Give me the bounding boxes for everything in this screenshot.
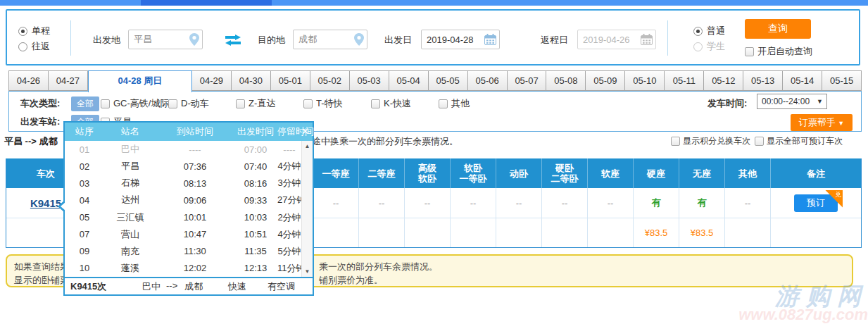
scroll-up-icon[interactable]: ▲ [302, 141, 313, 151]
seat-availability-cell: -- [496, 188, 541, 218]
stop-seq: 05 [65, 212, 104, 223]
date-tab[interactable]: 04-30 [232, 70, 271, 91]
to-input[interactable] [293, 30, 367, 49]
date-tab[interactable]: 05-06 [468, 70, 508, 91]
seat-column-header: 硬座 [633, 158, 679, 188]
seat-column-header: 动卧 [496, 158, 541, 188]
radio-icon[interactable] [18, 27, 27, 36]
stop-seq: 03 [65, 178, 104, 189]
date-tab[interactable]: 04-27 [49, 70, 88, 91]
price-cell [587, 218, 633, 247]
passenger-type-option: 学生 [693, 39, 725, 54]
date-tab[interactable]: 05-03 [350, 70, 389, 91]
date-tab[interactable]: 05-14 [783, 70, 822, 91]
checkbox-icon[interactable] [439, 99, 448, 108]
stop-arrive: 11:30 [156, 246, 234, 256]
booking-helper-button[interactable]: 订票帮手 ▼ [791, 114, 853, 131]
date-tab[interactable]: 05-08 [546, 70, 586, 91]
stop-depart: 10:03 [234, 212, 277, 223]
checkbox-icon[interactable] [303, 99, 313, 108]
radio-icon[interactable] [693, 27, 703, 36]
footer-ac: 有空调 [268, 280, 295, 293]
stop-name: 石梯 [104, 177, 156, 189]
trip-type-group: 单程往返 [18, 23, 50, 54]
checkbox-icon[interactable] [371, 99, 380, 108]
checkbox-icon[interactable] [745, 47, 754, 56]
display-toggle[interactable]: 显示全部可预订车次 [755, 135, 843, 147]
scrollbar[interactable]: ▲ ▼ [301, 141, 313, 277]
date-tab[interactable]: 05-09 [586, 70, 625, 91]
checkbox-icon[interactable] [101, 99, 110, 108]
train-type-option[interactable]: K-快速 [371, 97, 439, 110]
train-type-option[interactable]: GC-高铁/城际 [101, 97, 168, 110]
footer-from: 巴中 [142, 280, 161, 293]
train-type-option[interactable]: 其他 [439, 97, 506, 110]
footer-arrow: --> [166, 280, 177, 291]
stop-depart: 12:13 [234, 263, 277, 273]
stop-name: 南充 [104, 245, 156, 258]
train-type-option[interactable]: Z-直达 [236, 97, 303, 110]
stop-seq: 04 [65, 195, 104, 206]
checkbox-icon[interactable] [671, 137, 680, 146]
seat-availability-cell: 有 [633, 188, 679, 218]
date-tab[interactable]: 05-13 [743, 70, 783, 91]
notice-text: 铺别票价为准。 [319, 273, 383, 287]
date-tab[interactable]: 05-11 [665, 70, 704, 91]
train-no-link[interactable]: K9415 [30, 197, 61, 209]
stop-row: 09南充11:3011:355分钟 [65, 243, 301, 260]
date-tab[interactable]: 05-02 [310, 70, 350, 91]
stop-depart: 07:40 [234, 161, 277, 172]
footer-to: 成都 [184, 280, 203, 293]
date-tab[interactable]: 04-29 [192, 70, 232, 91]
date-tab[interactable]: 05-04 [389, 70, 429, 91]
stop-seq: 07 [65, 229, 104, 239]
depart-date-label: 出发日 [384, 34, 412, 46]
checkbox-icon[interactable] [236, 99, 245, 108]
seat-column-header: 一等座 [313, 158, 358, 188]
notice-text: 显示的卧铺票 [14, 275, 69, 285]
close-icon[interactable]: ✕ [301, 125, 309, 137]
stop-arrive: ---- [156, 144, 234, 155]
chevron-down-icon: ▼ [817, 98, 823, 105]
stop-row: 07营山10:4710:514分钟 [65, 226, 301, 243]
radio-icon [693, 42, 703, 51]
passenger-type-label: 学生 [707, 40, 725, 53]
seat-availability-cell: -- [587, 188, 633, 218]
date-tab[interactable]: 05-15 [822, 70, 862, 91]
book-button[interactable]: 预订兑 [794, 194, 838, 212]
seat-column-header: 高级 软卧 [404, 158, 450, 188]
trip-type-option[interactable]: 往返 [18, 39, 50, 54]
checkbox-icon[interactable] [755, 137, 764, 146]
swap-stations-icon[interactable] [224, 35, 242, 46]
passenger-type-option[interactable]: 普通 [693, 23, 725, 39]
route-note: 途中换乘一次的部分列车余票情况。 [312, 135, 458, 148]
date-tab-bar: 04-2604-2704-28 周日04-2904-3005-0105-0205… [8, 70, 862, 92]
depart-time-select[interactable]: 00:00--24:00 ▼ [757, 94, 827, 109]
radio-icon[interactable] [18, 42, 27, 51]
from-input[interactable] [128, 30, 203, 49]
date-tab[interactable]: 05-12 [704, 70, 743, 91]
date-tab[interactable]: 05-01 [271, 70, 310, 91]
train-type-all-badge[interactable]: 全部 [71, 96, 99, 111]
date-tab[interactable]: 04-26 [8, 70, 49, 91]
display-toggle[interactable]: 显示积分兑换车次 [671, 135, 750, 147]
stop-name: 三汇镇 [104, 211, 156, 224]
seat-availability-cell: 有 [679, 188, 724, 218]
query-button[interactable]: 查询 [745, 19, 811, 39]
booking-helper-label: 订票帮手 [799, 117, 836, 127]
checkbox-icon[interactable] [168, 99, 177, 108]
date-tab[interactable]: 04-28 周日 [88, 70, 192, 92]
auto-query-toggle[interactable]: 开启自动查询 [745, 45, 812, 58]
date-tab[interactable]: 05-10 [625, 70, 665, 91]
train-type-option[interactable]: T-特快 [303, 97, 371, 110]
train-type-option-label: 其他 [451, 97, 470, 110]
scroll-down-icon[interactable]: ▼ [302, 266, 313, 277]
date-tab[interactable]: 05-05 [429, 70, 468, 91]
top-progress-segment [141, 0, 272, 6]
display-toggle-label: 显示积分兑换车次 [683, 135, 750, 147]
trip-type-option[interactable]: 单程 [18, 23, 50, 39]
depart-date-input[interactable] [421, 30, 500, 49]
from-label: 出发地 [93, 34, 120, 46]
train-type-option[interactable]: D-动车 [168, 97, 236, 110]
date-tab[interactable]: 05-07 [508, 70, 547, 91]
